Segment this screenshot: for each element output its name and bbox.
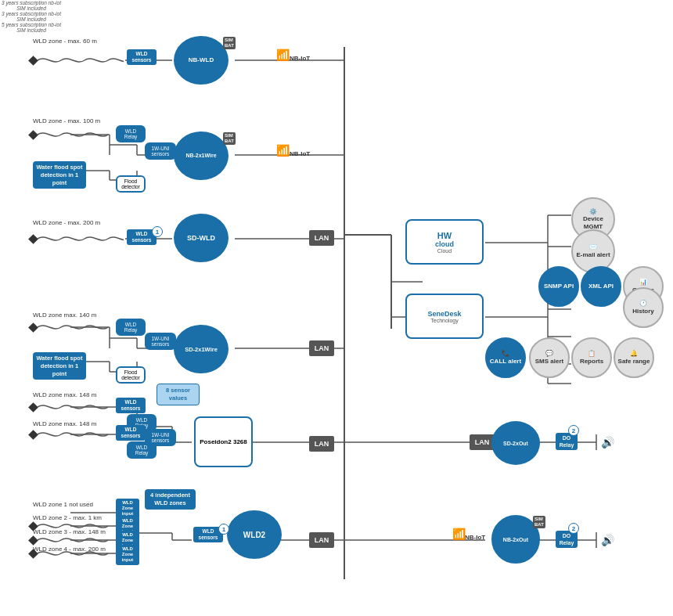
- sms-alert-circle[interactable]: 💬 SMS alert: [529, 337, 570, 378]
- sensor-values-badge: 8 sensor values: [157, 384, 200, 405]
- badge-1-row6: 1: [218, 524, 229, 535]
- nbiot-label-nb2xout: NB-IoT: [465, 534, 485, 541]
- water-flood-box-4: Water flood spot detection in 1 point: [33, 352, 86, 380]
- wld-sensors-1: WLDsensors: [127, 49, 157, 65]
- wave-2: [38, 128, 108, 142]
- badge-2-nb2xout: 2: [568, 523, 579, 534]
- sim-badge-2: SIMBAT: [223, 132, 236, 145]
- wld-relay-2: WLD Relay: [116, 125, 146, 142]
- zone-label-6a: WLD zone 1 not used: [33, 501, 93, 509]
- 1w-uni-2: 1W-UNIsensors: [145, 142, 176, 160]
- sim-badge-1: SIMBAT: [223, 37, 236, 49]
- badge-2-sd2xout: 2: [568, 425, 579, 436]
- lan-box-4: LAN: [309, 340, 334, 356]
- wld-zone-input-4: WLDZoneinput: [116, 545, 139, 565]
- diagram-container: WLD zone - max. 60 m WLDsensors NB-WLD S…: [0, 0, 673, 616]
- wld-zone-input-1: WLDZoneinput: [116, 499, 139, 519]
- wifi-icon-nb2xout: 📶: [452, 528, 466, 540]
- wld-relay-4: WLD Relay: [116, 319, 146, 336]
- xml-api-circle[interactable]: XML API: [581, 266, 621, 307]
- sd-wld-device: SD-WLD: [174, 214, 229, 262]
- zone-label-2: WLD zone - max. 100 m: [33, 117, 100, 125]
- wifi-icon-2: 📶: [276, 144, 290, 157]
- badge-1-row3: 1: [152, 226, 163, 237]
- diamond-3: [28, 234, 38, 244]
- snmp-api-circle[interactable]: SNMP API: [538, 266, 579, 307]
- zone-label-4: WLD zone max. 140 m: [33, 312, 96, 319]
- flood-detector-2: Flooddetector: [116, 175, 146, 193]
- subscription-1: 3 years subscription nb-iot SIM included: [0, 0, 63, 11]
- flood-detector-4: Flooddetector: [116, 366, 146, 384]
- reports-circle[interactable]: 📋 Reports: [571, 337, 612, 378]
- diamond-5b: [28, 430, 38, 440]
- nb-2x1wire-device: NB-2x1Wire: [174, 131, 229, 180]
- wifi-icon-1: 📶: [276, 49, 290, 61]
- wave-1: [38, 53, 124, 67]
- email-alert-circle[interactable]: ✉️ E-mail alert: [571, 229, 615, 273]
- wave-5b: [38, 427, 108, 441]
- 1w-uni-5: 1W-UNIsensors: [145, 429, 176, 446]
- lan-box-5: LAN: [309, 436, 334, 452]
- poseidon-3268-device: Poseidon2 3268: [194, 416, 253, 467]
- nb-wld-device: NB-WLD: [174, 36, 229, 85]
- zone-label-1: WLD zone - max. 60 m: [33, 38, 97, 45]
- lan-box-3: LAN: [309, 230, 334, 246]
- nbiot-label-1: NB-IoT: [290, 55, 310, 62]
- subscription-2: 3 years subscription nb-iot SIM included: [0, 11, 63, 22]
- wld-sensors-5b: WLDsensors: [116, 425, 146, 441]
- diamond-2: [28, 130, 38, 140]
- zone-label-3: WLD zone - max. 200 m: [33, 219, 100, 227]
- wave-5a: [38, 400, 108, 414]
- diamond-6c: [28, 535, 38, 546]
- diamond-1: [28, 56, 38, 66]
- wld-sensors-5a: WLDsensors: [116, 398, 146, 413]
- sd-2x1wire-device: SD-2x1Wire: [174, 325, 229, 373]
- call-alert-circle[interactable]: 📞 CALL alert: [485, 337, 526, 378]
- diamond-4: [28, 322, 38, 333]
- sim-badge-nb2xout: SIMBAT: [533, 516, 545, 528]
- safe-range-circle[interactable]: 🔔 Safe range: [614, 337, 654, 378]
- sd-2xout-device: SD-2xOut: [491, 421, 540, 465]
- wave-6d: [38, 546, 108, 560]
- wave-4: [38, 320, 108, 334]
- history-circle[interactable]: 🕐 History: [623, 287, 664, 328]
- zone-label-5a: WLD zone max. 148 m: [33, 391, 96, 399]
- nbiot-label-2: NB-IoT: [290, 150, 310, 157]
- senedesk-box: SeneDesk Technology: [405, 294, 484, 339]
- wave-3: [38, 232, 124, 246]
- speaker-nb2xout: 🔊: [601, 534, 614, 546]
- hw-cloud-box: HW cloud Cloud: [405, 219, 484, 265]
- diamond-5a: [28, 402, 38, 412]
- water-flood-box-2: Water flood spot detection in 1 point: [33, 161, 86, 189]
- subscription-nb2xout: 5 years subscription nb-iot SIM included: [0, 22, 63, 33]
- speaker-sd2xout: 🔊: [601, 436, 614, 448]
- 1w-uni-4: 1W-UNIsensors: [145, 333, 176, 350]
- lan-box-6: LAN: [309, 532, 334, 548]
- wld-zones-badge: 4 independent WLD zones: [145, 489, 196, 510]
- wld2-device: WLD2: [227, 510, 282, 559]
